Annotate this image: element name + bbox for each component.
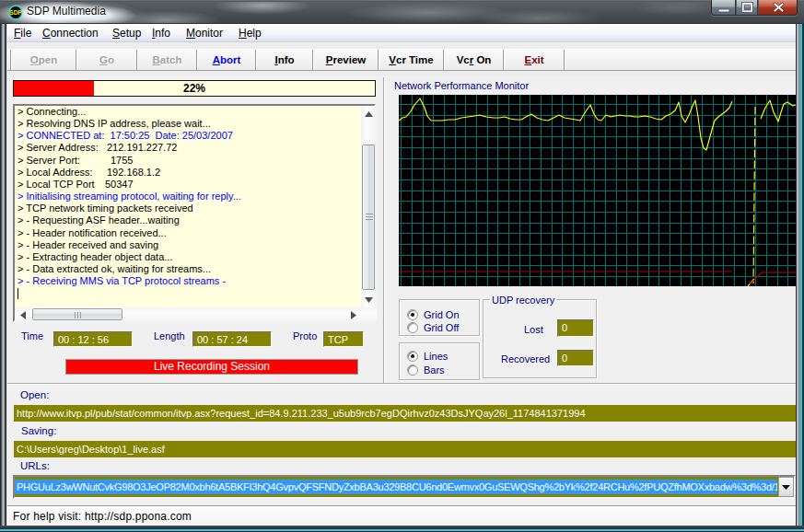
- svg-text:SDP: SDP: [9, 9, 22, 16]
